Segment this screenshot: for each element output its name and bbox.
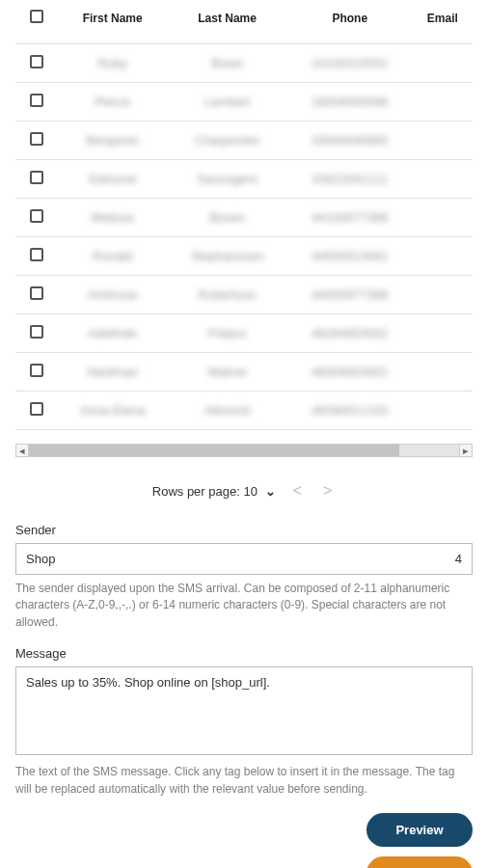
table-row: AdelindePolaco46284003002 [15,314,473,353]
table-row: RonaldStephanssen44930013081 [15,237,473,276]
sender-field-wrap: 4 [15,543,473,575]
cell-first-name: Ambrose [88,287,138,302]
row-checkbox[interactable] [30,364,43,377]
next-page-button[interactable]: > [319,482,336,500]
cell-phone: 33922041111 [312,172,389,186]
sender-help-text: The sender displayed upon the SMS arriva… [15,581,473,631]
actions: Preview Send [15,813,473,868]
row-checkbox[interactable] [30,248,43,261]
row-checkbox[interactable] [30,94,43,107]
message-textarea[interactable] [15,666,473,755]
cell-last-name: Saucogent [198,172,258,186]
horizontal-scrollbar[interactable]: ◂ ▸ [15,442,473,459]
row-checkbox[interactable] [30,55,43,68]
contacts-table: First Name Last Name Phone Email RubyBoi… [15,0,473,430]
cell-last-name: Charpentier [195,133,260,148]
table-row: EdmondSaucogent33922041111 [15,160,473,199]
cell-phone: 33000045880 [312,133,389,148]
message-help-text: The text of the SMS message. Click any t… [15,764,473,798]
scroll-left-arrow[interactable]: ◂ [15,444,29,457]
contacts-table-wrap: First Name Last Name Phone Email RubyBoi… [15,0,473,430]
sender-char-counter: 4 [455,552,462,566]
scroll-thumb[interactable] [29,445,399,456]
cell-last-name: Albrecht [204,403,251,418]
rows-per-page[interactable]: Rows per page: 10 ⌄ [152,484,276,499]
cell-last-name: Polaco [208,326,247,340]
preview-button[interactable]: Preview [366,813,473,847]
column-header-phone[interactable]: Phone [287,0,413,44]
scroll-track[interactable] [29,444,459,457]
cell-last-name: Walroe [207,365,247,379]
cell-first-name: Ruby [97,56,126,70]
table-row: AmbroseRobertson44930977388 [15,276,473,314]
row-checkbox[interactable] [30,171,43,184]
row-checkbox[interactable] [30,325,43,339]
table-row: RubyBoise10100215552 [15,44,473,83]
cell-phone: 46284003002 [312,326,389,340]
cell-last-name: Boise [211,56,243,70]
send-button[interactable]: Send [366,856,473,868]
cell-first-name: Benjamin [87,133,139,148]
table-row: MelissaBoven44100577388 [15,199,473,237]
rows-per-page-value: 10 [243,484,257,499]
cell-first-name: Adelinde [88,326,137,340]
scroll-right-arrow[interactable]: ▸ [459,444,473,457]
row-checkbox[interactable] [30,402,43,416]
cell-last-name: Stephanssen [191,249,264,263]
row-checkbox[interactable] [30,132,43,146]
cell-last-name: Lambert [204,95,251,109]
message-label: Message [15,646,473,661]
cell-phone: 18004000096 [312,95,389,109]
sender-label: Sender [15,523,473,537]
pagination: Rows per page: 10 ⌄ < > [15,467,473,523]
chevron-down-icon: ⌄ [261,484,276,499]
cell-first-name: Edmond [89,172,135,186]
sender-input[interactable] [26,552,455,566]
cell-last-name: Robertson [199,287,257,302]
prev-page-button[interactable]: < [289,482,306,500]
rows-per-page-label: Rows per page: [152,484,240,499]
table-row: Anna-ElenaAlbrecht49390011320 [15,392,473,430]
cell-phone: 10100215552 [312,56,389,70]
column-header-last-name[interactable]: Last Name [167,0,287,44]
select-all-header [15,0,58,44]
cell-first-name: Pierce [95,95,130,109]
cell-phone: 49390011320 [312,403,389,418]
column-header-email[interactable]: Email [413,0,473,44]
cell-phone: 44930977388 [312,287,389,302]
table-row: HardmanWalroe46004003001 [15,353,473,392]
cell-first-name: Anna-Elena [80,403,146,418]
table-row: PierceLambert18004000096 [15,83,473,122]
cell-first-name: Hardman [87,365,138,379]
row-checkbox[interactable] [30,286,43,300]
cell-first-name: Ronald [93,249,132,263]
cell-last-name: Boven [209,210,245,225]
column-header-first-name[interactable]: First Name [58,0,167,44]
select-all-checkbox[interactable] [30,10,43,23]
cell-first-name: Melissa [92,210,134,225]
cell-phone: 46004003001 [312,365,389,379]
cell-phone: 44100577388 [312,210,389,225]
row-checkbox[interactable] [30,209,43,223]
cell-phone: 44930013081 [312,249,389,263]
table-row: BenjaminCharpentier33000045880 [15,122,473,160]
